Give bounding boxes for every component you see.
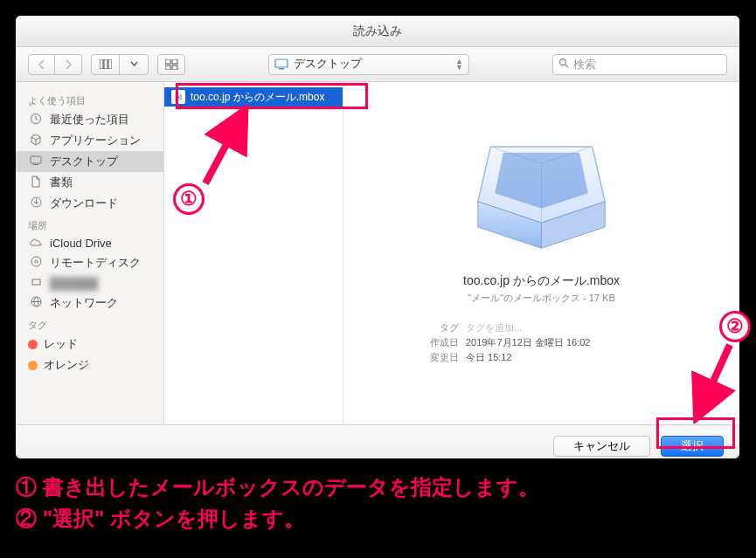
titlebar: 読み込み: [16, 16, 739, 47]
dialog-body: よく使う項目 最近使った項目 アプリケーション デスクトップ 書類 ダウンロード: [16, 82, 739, 424]
svg-rect-1: [104, 59, 108, 69]
chevron-down-icon: [130, 61, 138, 67]
svg-point-9: [560, 59, 566, 65]
search-placeholder: 検索: [573, 57, 596, 72]
sidebar-item-icloud[interactable]: iCloud Drive: [16, 234, 163, 252]
sidebar-item-label: アプリケーション: [50, 133, 141, 148]
sidebar-item-network[interactable]: ネットワーク: [16, 293, 163, 313]
chevron-right-icon: [65, 59, 73, 70]
group-seg: [157, 54, 185, 75]
clock-icon: [28, 113, 44, 127]
network-icon: [28, 296, 44, 310]
documents-icon: [28, 176, 44, 190]
meta-created-label: 作成日: [363, 336, 459, 349]
sidebar-item-label: オレンジ: [44, 357, 89, 373]
svg-point-16: [35, 260, 38, 263]
downloads-icon: [28, 196, 44, 210]
sidebar-tag-red[interactable]: レッド: [16, 334, 163, 355]
generic-icon: [28, 276, 44, 290]
file-row-selected[interactable]: ✉ too.co.jp からのメール.mbox: [164, 87, 343, 107]
import-dialog: 読み込み デスクトップ ▲▼: [16, 16, 739, 458]
meta-created-value: 2019年7月12日 金曜日 16:02: [466, 336, 590, 349]
sidebar: よく使う項目 最近使った項目 アプリケーション デスクトップ 書類 ダウンロード: [16, 82, 164, 424]
sidebar-item-desktop[interactable]: デスクトップ: [16, 151, 163, 172]
sidebar-item-remote-disc[interactable]: リモートディスク: [16, 252, 163, 273]
sidebar-item-redacted[interactable]: ██████: [16, 273, 163, 293]
remote-disc-icon: [28, 256, 44, 270]
svg-rect-12: [31, 156, 41, 163]
view-dropdown-button[interactable]: [120, 55, 148, 74]
sidebar-item-label: リモートディスク: [50, 255, 141, 271]
tag-dot-icon: [28, 361, 38, 370]
desktop-icon: [274, 59, 288, 70]
group-icon: [165, 59, 178, 70]
mbox-file-icon: ✉: [171, 90, 185, 104]
location-popup[interactable]: デスクトップ ▲▼: [268, 54, 469, 75]
sidebar-item-label: 書類: [50, 175, 73, 190]
forward-button[interactable]: [55, 55, 81, 74]
desktop-icon: [28, 155, 44, 169]
window-title: 読み込み: [353, 24, 402, 39]
svg-rect-8: [279, 68, 284, 70]
sidebar-item-recents[interactable]: 最近使った項目: [16, 109, 163, 130]
sidebar-item-label: デスクトップ: [50, 154, 118, 169]
icloud-icon: [28, 237, 44, 250]
svg-point-15: [31, 257, 41, 266]
file-list-column: ✉ too.co.jp からのメール.mbox: [164, 82, 343, 424]
instruction-line-1: ① 書き出したメールボックスのデータを指定します。: [16, 472, 539, 503]
popup-arrows-icon: ▲▼: [455, 59, 463, 71]
svg-rect-5: [165, 65, 170, 70]
apps-icon: [28, 134, 44, 148]
toolbar: デスクトップ ▲▼ 検索: [16, 47, 739, 82]
sidebar-item-label: ██████: [50, 277, 98, 290]
view-mode-seg: [91, 54, 149, 75]
dialog-footer: キャンセル 選択: [16, 424, 739, 458]
svg-line-10: [565, 65, 568, 67]
meta-modified-label: 変更日: [363, 351, 459, 364]
sidebar-locations-header: 場所: [16, 214, 163, 234]
chevron-left-icon: [38, 59, 45, 70]
svg-rect-3: [165, 59, 170, 64]
group-button[interactable]: [158, 55, 184, 74]
sidebar-item-label: 最近使った項目: [50, 112, 129, 127]
svg-rect-13: [33, 164, 38, 165]
sidebar-tag-orange[interactable]: オレンジ: [16, 355, 163, 375]
instruction-line-2: ② "選択" ボタンを押します。: [16, 503, 539, 534]
location-label: デスクトップ: [294, 57, 362, 72]
sidebar-tags-header: タグ: [16, 313, 163, 334]
back-button[interactable]: [29, 55, 55, 74]
sidebar-item-documents[interactable]: 書類: [16, 172, 163, 193]
preview-metadata: タグ タグを追加... 作成日 2019年7月12日 金曜日 16:02 変更日…: [363, 320, 720, 365]
sidebar-item-label: iCloud Drive: [50, 237, 112, 250]
choose-button[interactable]: 選択: [661, 436, 724, 457]
tag-dot-icon: [28, 340, 38, 349]
preview-filename: too.co.jp からのメール.mbox: [463, 273, 620, 289]
file-name: too.co.jp からのメール.mbox: [191, 90, 324, 105]
view-columns-button[interactable]: [92, 55, 120, 74]
preview-subtitle: "メール"のメールボックス - 17 KB: [468, 292, 615, 305]
cancel-button[interactable]: キャンセル: [553, 436, 650, 457]
columns-icon: [100, 59, 112, 69]
mailbox-preview-icon: [474, 117, 609, 252]
svg-rect-0: [100, 59, 103, 69]
search-field[interactable]: 検索: [552, 54, 727, 75]
sidebar-item-label: ネットワーク: [50, 295, 118, 311]
sidebar-item-applications[interactable]: アプリケーション: [16, 130, 163, 151]
nav-seg: [28, 54, 82, 75]
meta-tag-value[interactable]: タグを追加...: [466, 321, 522, 334]
sidebar-item-label: レッド: [44, 336, 78, 352]
svg-rect-2: [108, 59, 112, 69]
meta-tag-label: タグ: [363, 321, 459, 334]
meta-modified-value: 今日 15:12: [466, 351, 512, 364]
svg-rect-17: [32, 279, 40, 285]
instructions-block: ① 書き出したメールボックスのデータを指定します。 ② "選択" ボタンを押しま…: [16, 472, 539, 534]
svg-rect-4: [172, 59, 177, 64]
preview-pane: too.co.jp からのメール.mbox "メール"のメールボックス - 17…: [343, 82, 739, 424]
svg-rect-7: [275, 59, 288, 67]
svg-rect-6: [172, 65, 177, 70]
search-icon: [558, 58, 569, 71]
sidebar-item-downloads[interactable]: ダウンロード: [16, 193, 163, 214]
sidebar-favorites-header: よく使う項目: [16, 89, 163, 109]
sidebar-item-label: ダウンロード: [50, 196, 118, 211]
